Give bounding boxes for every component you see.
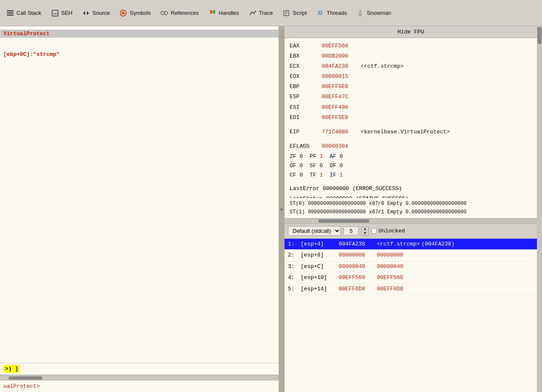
highlighted-code-line[interactable]: VirtualProtect: [0, 30, 279, 38]
stack-addr-2: [esp+8]: [301, 251, 339, 259]
snowman-icon: [356, 9, 365, 17]
svg-point-10: [164, 11, 168, 15]
svg-rect-12: [213, 10, 215, 14]
flag-pf-val: 1: [320, 152, 323, 161]
code-strcmp: [ebp+0C]:"strcmp": [3, 51, 60, 58]
reg-val-ecx: 004FA238: [322, 62, 348, 71]
references-button[interactable]: References: [156, 4, 203, 22]
seh-label: SEH: [61, 10, 73, 16]
svg-rect-11: [210, 10, 212, 14]
stack-table[interactable]: 1: [esp+4] 004FA238 <rctf.strcmp> (004FA…: [285, 239, 537, 392]
flags-line-1: ZF 0 PF 1 AF 0: [290, 152, 532, 161]
stack-num-4: 4:: [288, 273, 301, 282]
right-scrollbar[interactable]: [537, 26, 542, 392]
seh-icon: SEH: [51, 9, 59, 17]
svg-point-16: [359, 10, 362, 13]
reg-val-ebx: 00DB2000: [322, 52, 348, 61]
vertical-splitter[interactable]: [279, 26, 285, 392]
bottom-red-text: ualProtect>: [0, 381, 279, 392]
unlock-label: Unlocked: [379, 228, 405, 234]
stack-depth-input[interactable]: [343, 226, 359, 235]
flag-zf-name: ZF: [290, 152, 296, 161]
call-convention-select[interactable]: Default (stdcall): [288, 226, 341, 236]
script-label: Script: [293, 10, 307, 16]
code-view[interactable]: VirtualProtect [ebp+0C]:"strcmp": [0, 26, 279, 363]
symbols-label: Symbols: [130, 10, 151, 16]
reg-name-edi: EDI: [290, 113, 319, 122]
snowman-label: Snowman: [367, 10, 391, 16]
flag-df-val: 0: [340, 161, 343, 171]
script-button[interactable]: Script: [278, 4, 311, 22]
main-container: VirtualProtect [ebp+0C]:"strcmp" >) ] ua…: [0, 26, 542, 392]
function-name: VirtualProtect: [3, 30, 50, 37]
stack-num-1: 1:: [288, 240, 301, 248]
handles-label: Handles: [219, 10, 239, 16]
symbols-icon: [119, 9, 127, 17]
flag-tf-name: TF: [306, 171, 316, 180]
stack-num-5: 5:: [288, 285, 301, 293]
call-stack-button[interactable]: Call Stack: [2, 4, 46, 22]
last-error-line: LastError 00000000 (ERROR_SUCCESS): [290, 184, 532, 193]
flags-line-3: CF 0 TF 1 IF 1: [290, 171, 532, 180]
svg-rect-1: [7, 12, 14, 14]
source-button[interactable]: Source: [77, 4, 114, 22]
stack-val2-2: 00000008: [377, 251, 403, 259]
snowman-button[interactable]: Snowman: [352, 4, 395, 22]
references-icon: [160, 9, 169, 17]
hide-fpu-bar[interactable]: Hide FPU: [285, 26, 537, 38]
right-h-scrollbar-thumb: [318, 219, 369, 223]
reg-name-esp: ESP: [290, 92, 319, 102]
reg-ebx: EBX 00DB2000: [290, 52, 532, 61]
stack-row-3[interactable]: 3: [esp+C] 00000040 00000040: [285, 261, 537, 273]
reg-edi: EDI 00EFF5E0: [290, 113, 532, 122]
reg-comment-eip: <kernelbase.VirtualProtect>: [351, 127, 450, 137]
st1-line: ST(1) 0000000000000000000 x87r1 Empty 0.…: [290, 208, 532, 216]
svg-rect-2: [7, 14, 14, 16]
left-panel: VirtualProtect [ebp+0C]:"strcmp" >) ] ua…: [0, 26, 279, 392]
stack-val2-1: <rctf.strcmp>: [377, 240, 420, 248]
stack-val1-1: 004FA238: [339, 240, 377, 248]
threads-button[interactable]: Threads: [312, 4, 351, 22]
reg-eip: EIP 771C4080 <kernelbase.VirtualProtect>: [290, 127, 532, 137]
reg-esi: ESI 00EFF490: [290, 103, 532, 112]
reg-val-eflags: 00000304: [322, 142, 348, 151]
stack-val2-3: 00000040: [377, 262, 403, 271]
symbols-button[interactable]: Symbols: [115, 4, 155, 22]
handles-button[interactable]: Handles: [204, 4, 243, 22]
reg-val-eax: 00EFF560: [322, 41, 348, 51]
last-status-text: LastStatus 00000000 (STATUS_SUCCESS): [290, 194, 409, 198]
stack-row-1[interactable]: 1: [esp+4] 004FA238 <rctf.strcmp> (004FA…: [285, 239, 537, 250]
seh-button[interactable]: SEH SEH: [47, 4, 77, 22]
flag-zf-val: 0: [300, 152, 303, 161]
left-horizontal-scrollbar[interactable]: [0, 375, 279, 381]
flag-sf-val: 0: [320, 161, 323, 171]
svg-marker-5: [83, 11, 85, 15]
spinner-down-button[interactable]: ▼: [362, 231, 368, 235]
spinner-up-button[interactable]: ▲: [362, 227, 368, 231]
reg-esp: ESP 00EFF47C: [290, 92, 532, 102]
svg-rect-0: [7, 10, 14, 11]
trace-button[interactable]: Trace: [244, 4, 277, 22]
reg-name-eflags: EFLAGS: [290, 142, 319, 151]
stack-addr-3: [esp+C]: [301, 262, 339, 271]
stack-row-2[interactable]: 2: [esp+8] 00000008 00000008: [285, 250, 537, 261]
virtual-protect-ref: ualProtect>: [3, 383, 40, 389]
flag-cf-name: CF: [290, 171, 296, 180]
code-line-strcmp[interactable]: [ebp+0C]:"strcmp": [0, 50, 279, 58]
reg-name-esi: ESI: [290, 103, 319, 112]
reg-edx: EDX 00000015: [290, 72, 532, 81]
stack-row-5[interactable]: 5: [esp+14] 00EFF6D8 00EFF6D8: [285, 284, 537, 295]
right-scrollbar-thumb: [537, 27, 542, 44]
stack-row-4[interactable]: 4: [esp+10] 00EFF560 00EFF560: [285, 272, 537, 284]
right-h-scrollbar[interactable]: [285, 218, 537, 224]
registers-area[interactable]: EAX 00EFF560 EBX 00DB2000 ECX 004FA238 <…: [285, 38, 537, 198]
reg-comment-ecx: <rctf.strcmp>: [351, 62, 404, 71]
reg-name-eip: EIP: [290, 127, 319, 137]
handles-icon: [208, 9, 217, 17]
svg-rect-13: [284, 11, 289, 16]
svg-point-8: [122, 12, 124, 14]
trace-icon: [249, 9, 257, 17]
flag-of-val: 0: [300, 161, 303, 171]
flag-if-name: IF: [326, 171, 336, 180]
unlock-checkbox[interactable]: [371, 228, 377, 234]
